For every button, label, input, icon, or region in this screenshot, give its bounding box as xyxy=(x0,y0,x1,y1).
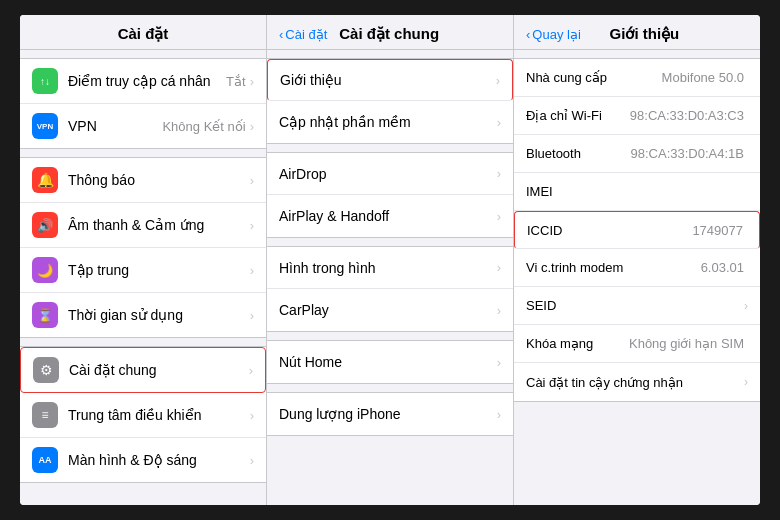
panel3-item-carrier: Nhà cung cấp Mobifone 50.0 xyxy=(514,59,760,97)
list-item-notifications[interactable]: 🔔 Thông báo › xyxy=(20,158,266,203)
carrier-label: Nhà cung cấp xyxy=(526,70,662,85)
sound-label: Âm thanh & Cảm ứng xyxy=(68,217,250,233)
modem-label: Vi c.trinh modem xyxy=(526,260,701,275)
panel3-section: Nhà cung cấp Mobifone 50.0 Địa chỉ Wi-Fi… xyxy=(514,58,760,402)
vpn-label: VPN xyxy=(68,118,162,134)
hotspot-chevron: › xyxy=(250,74,254,89)
general-label: Cài đặt chung xyxy=(69,362,249,378)
panel3-item-network: Khóa mạng Không giới hạn SIM xyxy=(514,325,760,363)
carplay-label: CarPlay xyxy=(279,302,497,318)
storage-chevron: › xyxy=(497,407,501,422)
airdrop-chevron: › xyxy=(497,166,501,181)
panel2-item-homebutton[interactable]: Nút Home › xyxy=(267,341,513,383)
imei-label: IMEI xyxy=(526,184,744,199)
softwareupdate-label: Cập nhật phần mềm xyxy=(279,114,497,130)
panel2-section5: Dung lượng iPhone › xyxy=(267,392,513,436)
panel2-section3: Hình trong hình › CarPlay › xyxy=(267,246,513,332)
panel2-item-about[interactable]: Giới thiệu › xyxy=(267,59,513,101)
panel3-item-modem: Vi c.trinh modem 6.03.01 xyxy=(514,249,760,287)
pip-chevron: › xyxy=(497,260,501,275)
panel3-item-seid[interactable]: SEID › xyxy=(514,287,760,325)
trust-chevron: › xyxy=(744,375,748,389)
list-item-vpn[interactable]: VPN VPN Không Kết nối › xyxy=(20,104,266,148)
panel2-section2: AirDrop › AirPlay & Handoff › xyxy=(267,152,513,238)
pip-label: Hình trong hình xyxy=(279,260,497,276)
seid-label: SEID xyxy=(526,298,740,313)
sound-chevron: › xyxy=(250,218,254,233)
network-value: Không giới hạn SIM xyxy=(629,336,744,351)
panel3-title: Giới thiệu xyxy=(610,25,680,43)
wifi-value: 98:CA:33:D0:A3:C3 xyxy=(630,108,744,123)
panel2-item-airplay[interactable]: AirPlay & Handoff › xyxy=(267,195,513,237)
list-item-focus[interactable]: 🌙 Tập trung › xyxy=(20,248,266,293)
screentime-label: Thời gian sử dụng xyxy=(68,307,250,323)
controlcenter-icon: ≡ xyxy=(32,402,58,428)
vpn-icon: VPN xyxy=(32,113,58,139)
bluetooth-label: Bluetooth xyxy=(526,146,631,161)
panel2-item-softwareupdate[interactable]: Cập nhật phần mềm › xyxy=(267,101,513,143)
panel1-title: Cài đặt xyxy=(118,25,169,42)
panel-about: ‹ Quay lại Giới thiệu Nhà cung cấp Mobif… xyxy=(514,15,760,505)
notifications-icon: 🔔 xyxy=(32,167,58,193)
panel3-back-label: Quay lại xyxy=(532,27,580,42)
seid-chevron: › xyxy=(744,299,748,313)
homebutton-chevron: › xyxy=(497,355,501,370)
focus-label: Tập trung xyxy=(68,262,250,278)
list-item-display[interactable]: AA Màn hình & Độ sáng › xyxy=(20,438,266,482)
bluetooth-value: 98:CA:33:D0:A4:1B xyxy=(631,146,744,161)
display-label: Màn hình & Độ sáng xyxy=(68,452,250,468)
hotspot-label: Điểm truy cập cá nhân xyxy=(68,73,226,89)
panel2-back-label: Cài đặt xyxy=(285,27,327,42)
panel2-back[interactable]: ‹ Cài đặt xyxy=(279,27,327,42)
focus-chevron: › xyxy=(250,263,254,278)
section-top: ↑↓ Điểm truy cập cá nhân Tắt › VPN VPN K… xyxy=(20,58,266,149)
panel3-item-wifi: Địa chỉ Wi-Fi 98:CA:33:D0:A3:C3 xyxy=(514,97,760,135)
carplay-chevron: › xyxy=(497,303,501,318)
section-mid: 🔔 Thông báo › 🔊 Âm thanh & Cảm ứng › 🌙 T… xyxy=(20,157,266,338)
list-item-sound[interactable]: 🔊 Âm thanh & Cảm ứng › xyxy=(20,203,266,248)
panel-settings: Cài đặt ↑↓ Điểm truy cập cá nhân Tắt › V… xyxy=(20,15,267,505)
softwareupdate-chevron: › xyxy=(497,115,501,130)
list-item-hotspot[interactable]: ↑↓ Điểm truy cập cá nhân Tắt › xyxy=(20,59,266,104)
panel3-header: ‹ Quay lại Giới thiệu xyxy=(514,15,760,50)
panel2-item-storage[interactable]: Dung lượng iPhone › xyxy=(267,393,513,435)
carrier-value: Mobifone 50.0 xyxy=(662,70,744,85)
screentime-icon: ⌛ xyxy=(32,302,58,328)
trust-label: Cài đặt tin cậy chứng nhận xyxy=(526,375,744,390)
vpn-chevron: › xyxy=(250,119,254,134)
panel2-item-carplay[interactable]: CarPlay › xyxy=(267,289,513,331)
iccid-label: ICCID xyxy=(527,223,692,238)
controlcenter-label: Trung tâm điều khiển xyxy=(68,407,250,423)
general-icon: ⚙ xyxy=(33,357,59,383)
panel3-item-bluetooth: Bluetooth 98:CA:33:D0:A4:1B xyxy=(514,135,760,173)
hotspot-value: Tắt xyxy=(226,74,246,89)
list-item-general[interactable]: ⚙ Cài đặt chung › xyxy=(20,347,266,393)
panel2-item-airdrop[interactable]: AirDrop › xyxy=(267,153,513,195)
panel2-item-pictureinpicture[interactable]: Hình trong hình › xyxy=(267,247,513,289)
screentime-chevron: › xyxy=(250,308,254,323)
panel3-back-chevron: ‹ xyxy=(526,27,530,42)
airplay-chevron: › xyxy=(497,209,501,224)
list-item-screentime[interactable]: ⌛ Thời gian sử dụng › xyxy=(20,293,266,337)
panel3-back[interactable]: ‹ Quay lại xyxy=(526,27,581,42)
network-label: Khóa mạng xyxy=(526,336,629,351)
controlcenter-chevron: › xyxy=(250,408,254,423)
panel2-title: Cài đặt chung xyxy=(339,25,439,43)
iccid-value: 1749077 xyxy=(692,223,743,238)
notifications-chevron: › xyxy=(250,173,254,188)
storage-label: Dung lượng iPhone xyxy=(279,406,497,422)
sound-icon: 🔊 xyxy=(32,212,58,238)
airplay-label: AirPlay & Handoff xyxy=(279,208,497,224)
vpn-value: Không Kết nối xyxy=(162,119,245,134)
notifications-label: Thông báo xyxy=(68,172,250,188)
display-chevron: › xyxy=(250,453,254,468)
list-item-controlcenter[interactable]: ≡ Trung tâm điều khiển › xyxy=(20,393,266,438)
section-bot: ⚙ Cài đặt chung › ≡ Trung tâm điều khiển… xyxy=(20,346,266,483)
about-label: Giới thiệu xyxy=(280,72,496,88)
panel2-back-chevron: ‹ xyxy=(279,27,283,42)
panel2-section4: Nút Home › xyxy=(267,340,513,384)
panel3-item-imei: IMEI xyxy=(514,173,760,211)
display-icon: AA xyxy=(32,447,58,473)
panel3-item-trust[interactable]: Cài đặt tin cậy chứng nhận › xyxy=(514,363,760,401)
panel2-section1: Giới thiệu › Cập nhật phần mềm › xyxy=(267,58,513,144)
